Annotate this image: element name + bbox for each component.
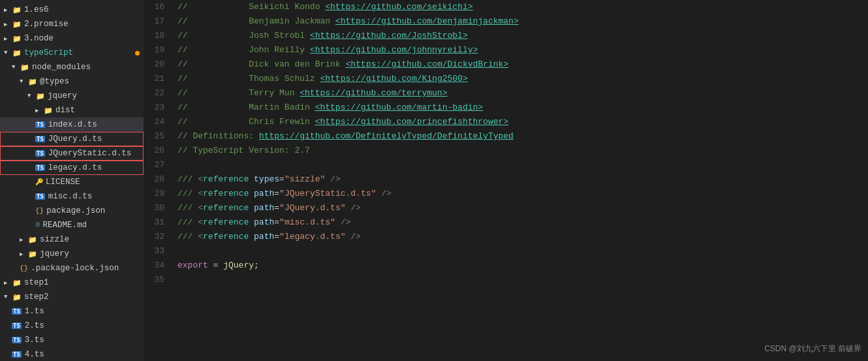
line-number-18: 18: [151, 29, 164, 43]
line-number-34: 34: [151, 259, 164, 273]
sidebar-item-package-json[interactable]: {}package.json: [0, 204, 144, 218]
sidebar-label-step1: step1: [24, 278, 49, 287]
code-segment: />: [341, 217, 351, 227]
code-segment: // TypeScript Version: 2.7: [178, 146, 310, 155]
sidebar-item-index-d-ts[interactable]: TSindex.d.ts: [0, 118, 144, 132]
folder-icon-jquery2: 📁: [28, 250, 37, 259]
sidebar-label-node: 3.node: [24, 34, 54, 43]
sidebar-item-node[interactable]: ▶📁3.node: [0, 31, 144, 46]
sidebar-item-misc-d-ts[interactable]: TSmisc.d.ts: [0, 189, 144, 204]
sidebar-item-dist[interactable]: ▶📁dist: [0, 103, 144, 118]
code-content[interactable]: // Seikichi Kondo <https://github.com/se…: [172, 0, 868, 361]
folder-arrow-jquery2: ▶: [20, 251, 26, 258]
sidebar-item-es6[interactable]: ▶📁1.es6: [0, 3, 144, 17]
code-line-19: // John Reilly <https://github.com/johnn…: [178, 43, 868, 57]
sidebar-label-dist: dist: [55, 106, 75, 115]
code-segment: //: [178, 88, 193, 98]
folder-arrow-types: ▼: [20, 78, 26, 85]
line-number-31: 31: [151, 215, 164, 230]
code-segment: ///: [178, 174, 198, 184]
code-segment: reference: [203, 232, 249, 242]
sidebar-item-package-lock-json[interactable]: {}.package-lock.json: [0, 261, 144, 275]
code-segment: //: [178, 59, 193, 69]
sidebar-item-node_modules[interactable]: ▼📁node_modules: [0, 60, 144, 74]
code-segment: <: [198, 203, 203, 213]
sidebar-item-typescript[interactable]: ▼📁typeScript: [0, 46, 144, 60]
code-segment: <https://github.com/martin-badin>: [315, 102, 483, 112]
folder-arrow-step1: ▶: [4, 279, 10, 287]
sidebar-item-step1[interactable]: ▶📁step1: [0, 275, 144, 290]
code-line-20: // Dick van den Brink <https://github.co…: [178, 57, 868, 72]
sidebar-item-license[interactable]: 🔑LICENSE: [0, 175, 144, 189]
sidebar-item-readme-md[interactable]: ≡README.md: [0, 218, 144, 232]
code-segment: "legacy.d.ts": [279, 232, 345, 242]
code-line-26: // TypeScript Version: 2.7: [178, 144, 868, 158]
folder-arrow-typescript: ▼: [4, 50, 10, 56]
editor: 1617181920212223242526272829303132333435…: [144, 0, 868, 361]
ts-icon-legacy-d-ts: TS: [35, 165, 45, 171]
folder-arrow-dist: ▶: [35, 107, 42, 114]
line-number-28: 28: [151, 172, 164, 187]
sidebar-item-jquery2[interactable]: ▶📁jquery: [0, 247, 144, 261]
watermark-text: CSDN @刘九六下里: [764, 344, 836, 353]
ts-icon-ts2: TS: [12, 322, 22, 329]
code-segment: "sizzle": [285, 174, 325, 184]
license-icon-license: 🔑: [35, 178, 43, 186]
folder-icon-es6: 📁: [12, 6, 22, 14]
folder-icon-dist: 📁: [44, 106, 53, 115]
json-icon-package-lock-json: {}: [20, 264, 28, 272]
code-line-31: /// <reference path="misc.d.ts" />: [178, 215, 868, 230]
sidebar-item-types[interactable]: ▼📁@types: [0, 74, 144, 89]
code-line-27: [178, 158, 868, 172]
code-segment: //: [178, 31, 193, 40]
line-number-29: 29: [151, 187, 164, 201]
code-segment: ///: [178, 232, 198, 242]
code-segment: // Definitions:: [178, 131, 259, 141]
line-number-22: 22: [151, 86, 164, 101]
code-line-23: // Martin Badin <https://github.com/mart…: [178, 101, 868, 115]
sidebar-item-ts1[interactable]: TS1.ts: [0, 304, 144, 319]
code-segment: "misc.d.ts": [279, 217, 335, 227]
line-number-35: 35: [151, 273, 164, 287]
code-segment: path: [249, 217, 274, 227]
sidebar-label-jquerystatic-d-ts: JQueryStatic.d.ts: [48, 149, 132, 158]
sidebar-item-ts2[interactable]: TS2.ts: [0, 319, 144, 333]
code-segment: ;: [254, 260, 259, 270]
code-line-17: // Benjamin Jackman <https://github.com/…: [178, 14, 868, 29]
sidebar-item-jquerystatic-d-ts[interactable]: TSJQueryStatic.d.ts: [0, 146, 144, 161]
code-segment: ///: [178, 189, 198, 198]
folder-icon-step2: 📁: [12, 293, 22, 302]
code-segment: <https://github.com/princefishthrower>: [315, 117, 508, 127]
sidebar-item-jquery-d-ts[interactable]: TSJQuery.d.ts: [0, 132, 144, 146]
code-line-29: /// <reference path="JQueryStatic.d.ts" …: [178, 187, 868, 201]
sidebar-item-ts3[interactable]: TS3.ts: [0, 333, 144, 347]
code-segment: <https://github.com/DickvdBrink>: [345, 59, 508, 69]
line-number-19: 19: [151, 43, 164, 57]
sidebar-item-ts4[interactable]: TS4.ts: [0, 347, 144, 361]
sidebar-item-step2[interactable]: ▼📁step2: [0, 290, 144, 304]
sidebar-label-typescript: typeScript: [24, 48, 73, 57]
ts-icon-ts4: TS: [12, 351, 22, 358]
code-segment: Chris Frewin: [193, 117, 315, 127]
code-segment: //: [178, 117, 193, 127]
code-segment: jQuery: [223, 260, 254, 270]
sidebar-item-jquery-folder[interactable]: ▼📁jquery: [0, 89, 144, 103]
code-line-30: /// <reference path="JQuery.d.ts" />: [178, 201, 868, 215]
sidebar-item-sizzle[interactable]: ▶📁sizzle: [0, 232, 144, 247]
folder-arrow-promise: ▶: [4, 21, 10, 28]
sidebar-label-package-json: package.json: [46, 206, 105, 215]
folder-arrow-node: ▶: [4, 35, 10, 42]
code-line-28: /// <reference types="sizzle" />: [178, 172, 868, 187]
sidebar-label-legacy-d-ts: legacy.d.ts: [48, 163, 102, 172]
code-segment: Josh Strobl: [193, 31, 309, 40]
sidebar-item-legacy-d-ts[interactable]: TSlegacy.d.ts: [0, 161, 144, 175]
line-number-23: 23: [151, 101, 164, 115]
code-line-21: // Thomas Schulz <https://github.com/Kin…: [178, 72, 868, 86]
code-line-34: export = jQuery;: [178, 259, 868, 273]
sidebar-item-promise[interactable]: ▶📁2.promise: [0, 17, 144, 31]
sidebar-label-ts3: 3.ts: [25, 336, 44, 345]
ts-icon-jquery-d-ts: TS: [35, 136, 45, 142]
code-segment: https://github.com/DefinitelyTyped/Defin…: [259, 131, 514, 141]
folder-icon-types: 📁: [28, 78, 37, 86]
code-segment: reference: [203, 174, 249, 184]
